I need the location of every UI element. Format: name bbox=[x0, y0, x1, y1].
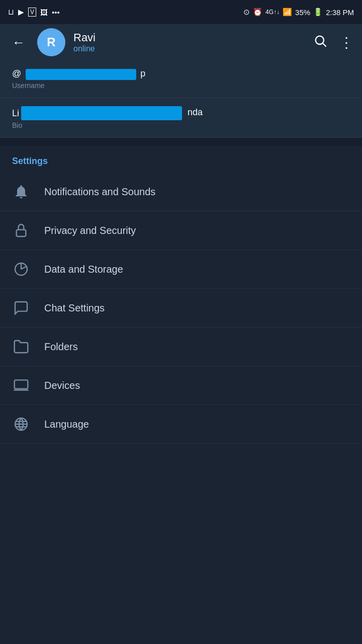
bio-redacted bbox=[21, 106, 182, 120]
network-4g-icon: 4G↑↓ bbox=[265, 9, 280, 16]
section-gap bbox=[0, 138, 362, 146]
bio-value: Li nda bbox=[12, 106, 350, 121]
dots-icon: ••• bbox=[52, 8, 60, 17]
user-info: Ravi online bbox=[73, 31, 305, 53]
pie-icon bbox=[12, 260, 30, 278]
username-label: Username bbox=[12, 82, 350, 90]
settings-item-notifications[interactable]: Notifications and Sounds bbox=[0, 173, 362, 211]
bio-suffix: nda bbox=[188, 107, 203, 118]
settings-item-privacy[interactable]: Privacy and Security bbox=[0, 211, 362, 250]
svg-line-1 bbox=[323, 43, 326, 46]
image-icon: 🖼 bbox=[40, 8, 48, 17]
settings-item-language[interactable]: Language bbox=[0, 405, 362, 444]
language-label: Language bbox=[44, 419, 89, 430]
hotspot-icon: ⊙ bbox=[243, 8, 250, 17]
battery-icon: 🔋 bbox=[313, 8, 323, 17]
settings-section: Settings Notifications and Sounds Privac… bbox=[0, 146, 362, 444]
signal-icon: 📶 bbox=[283, 8, 292, 17]
app-bar: ← R Ravi online ⋮ bbox=[0, 24, 362, 60]
folder-icon bbox=[12, 338, 30, 356]
user-status: online bbox=[73, 44, 305, 53]
username-value: @ p bbox=[12, 68, 350, 82]
back-button[interactable]: ← bbox=[8, 31, 29, 54]
battery-text: 35% bbox=[295, 8, 310, 17]
username-redacted bbox=[26, 69, 136, 80]
globe-icon bbox=[12, 415, 30, 433]
bell-icon bbox=[12, 183, 30, 201]
laptop-icon bbox=[12, 376, 30, 394]
user-name: Ravi bbox=[73, 31, 305, 44]
status-bar-right-icons: ⊙ ⏰ 4G↑↓ 📶 35% 🔋 2:38 PM bbox=[243, 8, 354, 17]
notification-icon: ⊔ bbox=[8, 8, 14, 17]
username-field: @ p Username bbox=[0, 60, 362, 98]
svg-rect-4 bbox=[15, 380, 28, 388]
vpayment-icon: V bbox=[28, 8, 36, 17]
notifications-label: Notifications and Sounds bbox=[44, 186, 155, 198]
more-options-button[interactable]: ⋮ bbox=[339, 34, 354, 51]
app-bar-actions: ⋮ bbox=[313, 34, 354, 51]
privacy-label: Privacy and Security bbox=[44, 225, 136, 236]
bio-label: Bio bbox=[12, 121, 350, 129]
chat-settings-label: Chat Settings bbox=[44, 302, 105, 314]
settings-item-folders[interactable]: Folders bbox=[0, 328, 362, 366]
svg-rect-2 bbox=[17, 230, 26, 236]
svg-point-0 bbox=[316, 36, 324, 44]
lock-icon bbox=[12, 221, 30, 239]
search-button[interactable] bbox=[313, 34, 327, 51]
settings-header: Settings bbox=[0, 146, 362, 173]
bio-field: Li nda Bio bbox=[0, 98, 362, 138]
chat-icon bbox=[12, 299, 30, 317]
username-suffix: p bbox=[140, 68, 145, 79]
devices-label: Devices bbox=[44, 380, 80, 391]
settings-item-data[interactable]: Data and Storage bbox=[0, 250, 362, 289]
status-bar-left-icons: ⊔ ▶ V 🖼 ••• bbox=[8, 8, 60, 17]
profile-section: @ p Username Li nda Bio bbox=[0, 60, 362, 138]
settings-list: Notifications and Sounds Privacy and Sec… bbox=[0, 173, 362, 444]
folders-label: Folders bbox=[44, 341, 78, 353]
time-display: 2:38 PM bbox=[326, 8, 354, 17]
data-label: Data and Storage bbox=[44, 264, 123, 275]
settings-item-devices[interactable]: Devices bbox=[0, 366, 362, 405]
settings-item-chat[interactable]: Chat Settings bbox=[0, 289, 362, 328]
username-prefix: @ bbox=[12, 68, 21, 79]
status-bar: ⊔ ▶ V 🖼 ••• ⊙ ⏰ 4G↑↓ 📶 35% 🔋 2:38 PM bbox=[0, 0, 362, 24]
avatar: R bbox=[37, 28, 65, 56]
youtube-icon: ▶ bbox=[18, 8, 24, 17]
alarm-icon: ⏰ bbox=[253, 8, 262, 17]
